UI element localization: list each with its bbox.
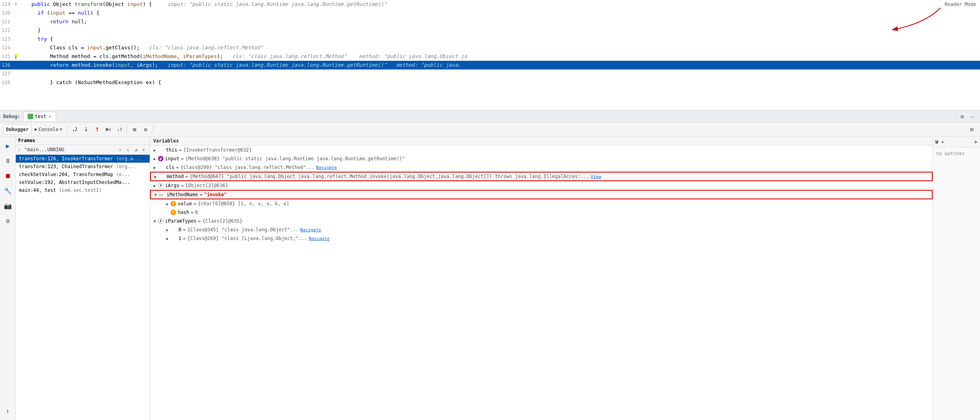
run-to-cursor-btn[interactable] xyxy=(103,124,113,135)
var-row-iArgs[interactable]: ▶ # iArgs = {Object[2]@636} xyxy=(150,181,933,190)
var-value-input: {Method@630} "public static java.lang.Ru… xyxy=(185,156,405,161)
settings-icon-btn[interactable]: ⚙ xyxy=(958,112,967,121)
var-name-input: input xyxy=(165,156,179,161)
svg-marker-4 xyxy=(85,130,87,131)
navigate-ipt0-btn[interactable]: Navigate xyxy=(300,227,321,232)
console-tab-btn[interactable]: ▶Console ≡ xyxy=(32,124,65,135)
var-row-value[interactable]: ▶ f value = {char[6]@658} [i, n, v, o, k… xyxy=(150,199,933,208)
line-number: 120 xyxy=(0,9,13,17)
frame-item-0[interactable]: transform:126, InvokerTransformer (org.a… xyxy=(16,155,150,163)
expand-iMethodName[interactable]: ▼ xyxy=(152,191,159,198)
var-row-cls[interactable]: ▶ cls = {Class@299} "class java.lang.ref… xyxy=(150,163,933,172)
badge-oo: oo xyxy=(159,193,165,197)
navigate-ipt1-btn[interactable]: Navigate xyxy=(309,236,330,241)
variables-header: Variables xyxy=(150,137,933,146)
code-content-127 xyxy=(24,69,980,78)
frame-menu-btn[interactable]: ▾ xyxy=(140,146,147,153)
frames-btn[interactable]: ⊞ xyxy=(130,124,140,135)
var-value-method: {Method@647} "public java.lang.Object ja… xyxy=(190,174,589,179)
thread-label: "main...UNNING xyxy=(24,147,64,152)
step-into-btn[interactable] xyxy=(81,124,91,135)
var-row-this[interactable]: ▶ this = {InvokerTransformer@632} xyxy=(150,146,933,154)
code-content-126: return method.invoke(input, iArgs); inpu… xyxy=(24,61,980,69)
line-number: 126 xyxy=(0,61,13,69)
code-content-124: Class cls = input.getClass(); cls: "clas… xyxy=(24,43,980,52)
checkmark-icon: ✓ xyxy=(18,147,21,153)
resume-sidebar-btn[interactable]: ▶ xyxy=(2,140,14,152)
debug-tab-close[interactable]: ✕ xyxy=(49,114,51,119)
var-row-iParamTypes[interactable]: ▼ # iParamTypes = {Class[2]@635} xyxy=(150,217,933,225)
expand-iArgs[interactable]: ▶ xyxy=(152,182,158,189)
navigate-cls-btn[interactable]: Navigate xyxy=(316,165,337,170)
frame-name: transform:123, ChainedTransformer (org..… xyxy=(19,164,136,169)
wrench-sidebar-btn[interactable]: 🔧 xyxy=(2,185,14,197)
expand-input[interactable]: ▶ xyxy=(152,156,158,162)
var-row-input[interactable]: ▶ p input = {Method@630} "public static … xyxy=(150,154,933,163)
frame-item-2[interactable]: checkSetValue:204, TransformedMap (o... xyxy=(16,171,150,178)
force-step-icon: ↓f xyxy=(116,126,122,133)
frames-thread-row: ✓ "main...UNNING ↑ ↓ ⊿ ▾ xyxy=(16,145,150,155)
var-eq: = xyxy=(181,183,184,188)
expand-cls[interactable]: ▶ xyxy=(152,164,158,171)
var-row-iMethodName[interactable]: ▼ oo iMethodName = "invoke" xyxy=(150,190,933,199)
var-name-method: method xyxy=(167,174,184,179)
var-value-value: {char[6]@658} [i, n, v, o, k, e] xyxy=(198,201,289,206)
frame-name: main:44, test (com.sec.test1) xyxy=(19,188,102,193)
expand-ipt1[interactable]: ▶ xyxy=(164,235,171,242)
var-row-ipt0[interactable]: ▶ 0 = {Class@345} "class java.lang.Objec… xyxy=(150,225,933,234)
svg-text:↓f: ↓f xyxy=(117,127,122,133)
var-value-ipt0: {Class@345} "class java.lang.Object"... xyxy=(187,227,299,232)
eval-btn[interactable]: ≡ xyxy=(141,124,151,135)
view-method-btn[interactable]: View xyxy=(591,174,601,179)
code-content-120: if (input == null) { xyxy=(24,9,980,17)
code-line-128: 128 } catch (NoSuchMethodException ex) { xyxy=(0,78,980,87)
debug-tab-test[interactable]: test ✕ xyxy=(23,112,56,121)
frame-item-1[interactable]: transform:123, ChainedTransformer (org..… xyxy=(16,163,150,171)
code-line-122: 122 } xyxy=(0,26,980,35)
debugger-tab-btn[interactable]: Debugger xyxy=(3,124,32,135)
console-list-icon: ≡ xyxy=(60,127,62,132)
reader-mode-label[interactable]: Reader Mode xyxy=(945,2,976,7)
step-out-btn[interactable] xyxy=(92,124,102,135)
frame-down-btn[interactable]: ↓ xyxy=(124,146,131,153)
frame-item-4[interactable]: main:44, test (com.sec.test1) xyxy=(16,186,150,194)
force-step-into-btn[interactable]: ↓f xyxy=(114,124,124,135)
line-number: 125 xyxy=(0,52,13,61)
var-name-iArgs: iArgs xyxy=(165,183,179,188)
expand-value[interactable]: ▶ xyxy=(164,201,171,207)
camera-sidebar-btn[interactable]: 📷 xyxy=(2,200,14,212)
debug-tab-bar: Debug: test ✕ ⚙ — xyxy=(0,111,980,122)
code-line-120: 120 if (input == null) { xyxy=(0,9,980,17)
pause-sidebar-btn[interactable]: ⏸ xyxy=(2,155,14,167)
var-value-ipt1: {Class@269} "class [Ljava.lang.Object;".… xyxy=(187,236,307,241)
stop-sidebar-btn[interactable]: ⏹ xyxy=(2,170,14,182)
close-debug-btn[interactable]: — xyxy=(968,112,977,121)
code-content-122: } xyxy=(24,26,980,35)
step-over-btn[interactable] xyxy=(70,124,80,135)
svg-marker-8 xyxy=(106,128,109,131)
frame-item-3[interactable]: setValue:192, AbstractInputCheckedMa... xyxy=(16,178,150,186)
frame-filter-btn[interactable]: ⊿ xyxy=(132,146,139,153)
expand-this[interactable]: ▶ xyxy=(152,147,158,153)
var-row-method[interactable]: ▶ method = {Method@647} "public java.lan… xyxy=(150,172,933,181)
var-name-this: this xyxy=(166,147,177,153)
toolbar-sep-1 xyxy=(67,126,68,133)
badge-f-value: f xyxy=(171,201,176,206)
line-icon-up: ↑ xyxy=(13,0,19,9)
var-name-ipt1: 1 xyxy=(178,236,181,241)
restore-btn[interactable]: ⊟ xyxy=(967,124,977,135)
expand-ipt0[interactable]: ▶ xyxy=(164,227,171,233)
var-value-this: {InvokerTransformer@632} xyxy=(183,147,252,153)
var-row-hash[interactable]: f hash = 0 xyxy=(150,208,933,217)
settings-sidebar-btn[interactable]: ⚙ xyxy=(2,215,14,227)
var-value-cls: {Class@299} "class java.lang.reflect.Met… xyxy=(180,165,315,170)
up-sidebar-btn[interactable]: ↑ xyxy=(2,405,14,417)
code-line-127: 127 xyxy=(0,69,980,78)
code-content-121: return null; xyxy=(24,17,980,26)
expand-iParamTypes[interactable]: ▼ xyxy=(152,218,158,224)
var-row-ipt1[interactable]: ▶ 1 = {Class@269} "class [Ljava.lang.Obj… xyxy=(150,234,933,243)
expand-method[interactable]: ▶ xyxy=(152,173,159,180)
frames-label: Frames xyxy=(18,138,35,143)
add-watch-btn[interactable]: + xyxy=(974,138,978,146)
frame-up-btn[interactable]: ↑ xyxy=(116,146,124,153)
